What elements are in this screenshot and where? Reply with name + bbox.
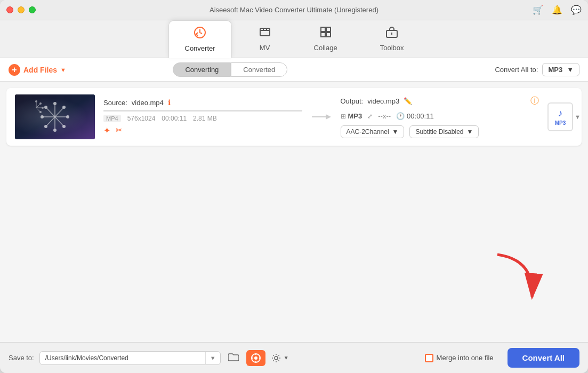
svg-marker-34 [326,114,331,120]
subtitle-dropdown[interactable]: Subtitle Disabled ▼ [409,125,479,138]
svg-rect-2 [321,27,325,31]
mp3-label: MP3 [555,120,566,126]
format-label: MP3 [548,66,562,74]
bottom-bar: Save to: /Users/link/Movies/Converted ▼ [0,342,588,373]
svg-point-22 [44,125,47,128]
source-row: Source: video.mp4 ℹ [103,98,302,107]
action-icons: ✦ ✂ [103,125,302,136]
main-content: Source: video.mp4 ℹ MP4 576x1024 00:00:1… [0,82,588,342]
bell-icon[interactable]: 🔔 [552,5,562,15]
mp3-icon-container[interactable]: ♪ MP3 ▼ [547,102,573,131]
format-dropdown-arrow: ▼ [567,66,574,74]
svg-point-32 [39,111,42,113]
menu-icon[interactable]: 💬 [571,5,582,15]
file-info-left: Source: video.mp4 ℹ MP4 576x1024 00:00:1… [103,98,302,136]
minimize-button[interactable] [18,6,25,13]
resize-icon: ⤢ [367,113,373,120]
output-dropdowns: AAC-2Channel ▼ Subtitle Disabled ▼ [341,125,539,138]
audio-channel-label: AAC-2Channel [347,128,389,136]
cart-icon[interactable]: 🛒 [533,5,543,15]
svg-line-28 [36,108,41,112]
svg-point-31 [42,107,44,109]
converter-icon [194,26,206,42]
toolbox-icon [385,26,398,42]
tab-mv-label: MV [260,44,270,52]
open-folder-button[interactable] [226,350,241,366]
close-button[interactable] [6,6,13,13]
collage-icon [319,26,332,42]
path-chevron[interactable]: ▼ [205,352,220,364]
merge-label: Merge into one file [437,354,494,362]
titlebar-icons: 🛒 🔔 💬 [533,5,582,15]
tab-toolbox-label: Toolbox [380,44,404,52]
svg-point-37 [254,356,257,360]
encode-settings-button[interactable] [246,350,265,366]
tab-converter-label: Converter [185,44,215,52]
tab-collage-label: Collage [314,44,337,52]
subtitle-label: Subtitle Disabled [415,128,463,136]
svg-point-17 [53,102,57,105]
svg-point-24 [44,106,47,109]
svg-line-10 [55,107,64,117]
path-selector[interactable]: /Users/link/Movies/Converted ▼ [39,351,221,365]
output-header: Output: video.mp3 ✏️ ⓘ [341,96,539,107]
clock-icon: 🕐 [396,112,405,120]
svg-rect-3 [326,27,331,31]
file-size: 2.81 MB [193,115,217,122]
svg-rect-4 [321,33,325,37]
tabbar: Converter MV Col [0,20,588,58]
converting-tab[interactable]: Converting [173,62,231,77]
source-info-icon[interactable]: ℹ [168,98,171,107]
settings-dropdown-arrow: ▼ [284,355,289,361]
tab-converter[interactable]: Converter [168,20,232,58]
svg-line-12 [55,117,64,126]
mv-icon [259,26,271,42]
edit-output-icon[interactable]: ✏️ [404,97,412,105]
file-meta: MP4 576x1024 00:00:11 2.81 MB [103,115,302,122]
convert-all-button[interactable]: Convert All [508,348,579,368]
red-arrow-indicator [481,244,545,310]
add-files-label: Add Files [23,66,57,74]
duration: 00:00:11 [162,115,187,122]
svg-line-26 [36,104,41,108]
red-arrow-svg [481,244,545,308]
add-files-button[interactable]: + Add Files ▼ [9,64,66,76]
maximize-button[interactable] [29,6,36,13]
output-format-badge: ⊞ MP3 [341,112,363,120]
converted-tab[interactable]: Converted [231,62,287,77]
settings-button[interactable]: ▼ [271,353,289,363]
audio-channel-arrow: ▼ [392,128,399,136]
output-label: Output: [341,97,364,105]
traffic-lights [6,6,36,13]
merge-checkbox-area: Merge into one file [425,354,494,362]
enhance-icon[interactable]: ✦ [103,125,110,136]
svg-point-18 [62,106,66,109]
add-plus-icon: + [9,64,20,76]
convert-arrow [311,112,332,122]
svg-rect-8 [15,94,95,139]
trim-icon[interactable]: ✂ [116,125,123,136]
tab-toolbox[interactable]: Toolbox [364,20,420,58]
merge-checkbox[interactable] [425,354,433,362]
output-info-icon[interactable]: ⓘ [530,96,539,107]
tab-mv[interactable]: MV [243,20,287,58]
svg-rect-1 [260,28,270,36]
app-window: Aiseesoft Mac Video Converter Ultimate (… [0,0,588,373]
format-selector[interactable]: MP3 ▼ [542,63,579,76]
audio-channel-dropdown[interactable]: AAC-2Channel ▼ [341,125,405,138]
format-badge: MP4 [103,115,121,122]
output-duration: 00:00:11 [407,112,434,120]
svg-point-21 [53,129,57,132]
output-format-label: MP3 [348,112,363,120]
source-label: Source: [103,99,127,107]
svg-point-29 [35,100,37,102]
window-title: Aiseesoft Mac Video Converter Ultimate (… [210,6,378,14]
file-item: Source: video.mp4 ℹ MP4 576x1024 00:00:1… [6,88,582,146]
convert-all-to-label: Convert All to: [495,66,538,74]
toolbar: + Add Files ▼ Converting Converted Conve… [0,58,588,82]
add-files-dropdown-arrow: ▼ [60,67,66,73]
video-thumbnail [15,94,95,139]
bitrate-info: --x-- [378,112,391,120]
save-path: /Users/link/Movies/Converted [40,352,205,364]
tab-collage[interactable]: Collage [298,20,353,58]
